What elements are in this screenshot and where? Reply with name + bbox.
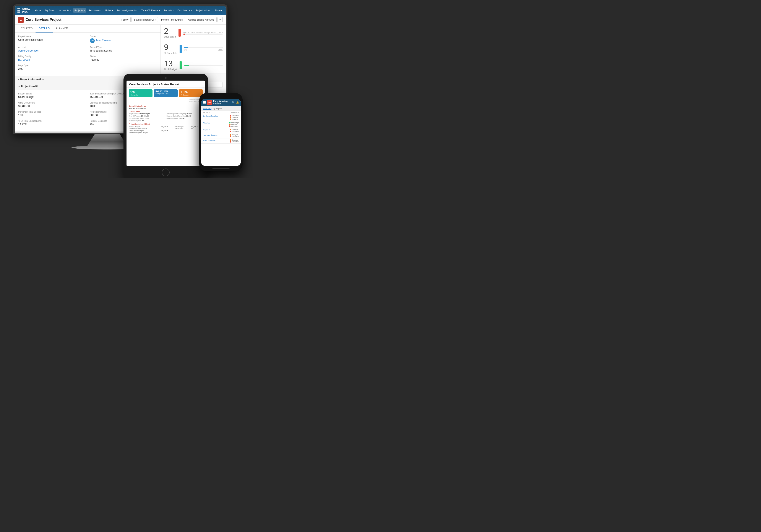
warn-overdue-2: Overdue (229, 124, 239, 125)
warn-overbudget: Overbudget (229, 122, 239, 123)
ews-project-p8[interactable]: Project 8 (203, 129, 230, 131)
ipad-home-button[interactable] (162, 168, 170, 176)
warn-unrealistic-acme: Unrealistic (230, 141, 239, 143)
project-name-value: Core Services Project (18, 38, 86, 41)
health-right-col: Total Budget with Contigency: $07,50 Exp… (167, 113, 203, 122)
meta-row: Date Run: 12/18/201 Project Owner: Matt … (127, 99, 205, 103)
monitor-stand (87, 134, 128, 147)
project-icon: C (18, 17, 24, 23)
ews-project-row-heartland: Heartland Systems Delayed Unrealistic (201, 133, 241, 139)
actions-dropdown-button[interactable]: ▾ (217, 17, 223, 22)
days-open-number: 2 (164, 27, 176, 35)
record-type-value: Time and Materials (90, 49, 157, 52)
dot-green-icon (229, 122, 230, 123)
hamburger-menu[interactable] (203, 101, 206, 103)
ews-tab-arrow[interactable]: Arrow EW5 (203, 107, 211, 110)
pct-budget-bar-fill (184, 65, 189, 66)
days-open-value: 2.00 (18, 67, 86, 70)
ews-project-quickstart[interactable]: Quickstart Template (203, 115, 230, 117)
health-write-off: Write Off Amount: $7,400.00 (129, 115, 165, 117)
nav-reports[interactable]: Reports▾ (162, 8, 175, 13)
billing-config-value[interactable]: BC-00005 (18, 58, 86, 61)
owner-name[interactable]: Matt Cleaver (96, 39, 111, 42)
days-open-mini-labels: Dec 16, 2017 18 days 36 days Feb 27, 201… (183, 31, 223, 33)
tab-details[interactable]: DETAILS (35, 25, 52, 32)
health-budget-status: Budget Status: Under Budget (129, 113, 165, 115)
nav-projects[interactable]: Projects▾ (73, 8, 86, 13)
ews-warnings-heartland: Delayed Unrealistic (230, 134, 239, 137)
chevron-right-icon: › (18, 79, 19, 81)
nav-time-off[interactable]: Time Off Events▾ (140, 8, 161, 13)
tabs-row: RELATED DETAILS PLANNER (15, 25, 160, 33)
pct-complete-left: 0% (184, 49, 187, 51)
ews-project-triple[interactable]: Triple test (203, 122, 229, 124)
pct-complete-bar-fill (184, 47, 188, 48)
project-title: Core Services Project (26, 18, 115, 22)
current-status-title: Current Status Notes (129, 105, 203, 107)
ipad-screen: Core Services Project - Status Report 9%… (127, 81, 205, 166)
ews-tab-my-projects[interactable]: My Projects (213, 108, 222, 110)
warn-overdue-acme: Overdue (230, 139, 239, 141)
budget-status-label: Budget Status (18, 92, 86, 95)
nav-resources[interactable]: Resources▾ (87, 8, 103, 13)
metric-date-num: Feb 27, 2018 (155, 90, 176, 93)
days-open-label: Days Open (18, 64, 86, 67)
health-left-col: Budget Status: Under Budget Write Off Am… (129, 113, 165, 122)
iphone-home-indicator[interactable] (212, 168, 230, 168)
budget-row-1: Service Budget: $50,000.00 Total Budget:… (129, 126, 203, 128)
status-report-title: Core Services Project - Status Report (129, 83, 202, 86)
metric-complete-num: 9% (130, 90, 151, 94)
days-open-end-date: Feb 27, 2018 (211, 31, 223, 33)
field-owner: Owner MC Matt Cleaver (90, 35, 157, 43)
field-empty (90, 64, 157, 70)
health-data-row: Budget Status: Under Budget Write Off Am… (129, 113, 203, 122)
field-budget-status: Budget Status Under Budget (18, 92, 86, 98)
warn-unrealistic-p8: Unrealistic (230, 131, 239, 132)
nav-dashboards[interactable]: Dashboards▾ (176, 8, 193, 13)
days-open-end-days: 36 days (204, 31, 210, 33)
nav-roles[interactable]: Roles▾ (104, 8, 114, 13)
grid-icon[interactable] (17, 8, 20, 13)
nav-myboard[interactable]: My Board (43, 8, 57, 13)
pct-total-budget-value: 13% (18, 114, 86, 117)
pct-complete-card: 9 % Complete 0% 100% (161, 41, 226, 57)
owner-value: MC Matt Cleaver (90, 38, 157, 43)
tab-planner[interactable]: PLANNER (53, 25, 71, 32)
ews-search-icon[interactable]: 🔍 (232, 101, 235, 104)
owner-avatar: MC (90, 38, 95, 43)
account-value[interactable]: Acme Corporation (18, 49, 86, 52)
dot-orange-icon (230, 117, 231, 118)
project-health-label: Project Health (21, 85, 38, 88)
ews-project-acme[interactable]: Acme Quickstart (203, 139, 230, 141)
budget-row-4: Additional Expense Budget: (129, 132, 203, 134)
iphone-screen: EW Early Warning System 🔍 🔔 Arrow EW5 My… (201, 99, 241, 166)
nav-task-assignments[interactable]: Task Assignments▾ (115, 8, 139, 13)
ews-project-row: Quickstart Template Unrealistic Overdue … (201, 114, 241, 121)
tab-related[interactable]: RELATED (18, 25, 35, 32)
nav-more[interactable]: More▾ (213, 8, 223, 13)
ews-bell-icon[interactable]: 🔔 (236, 101, 239, 104)
pct-complete-stat-label: % Complete (164, 52, 177, 54)
nav-home[interactable]: Home (33, 8, 43, 13)
nav-project-wizard[interactable]: Project Wizard (194, 8, 213, 13)
col-warnings-header: WARNINGS (231, 112, 239, 113)
follow-button[interactable]: + Follow (117, 17, 131, 22)
field-write-off: Write Off Amount $7,400.00 (18, 101, 86, 108)
status-label: Status (90, 55, 157, 58)
form-row-2: Account Acme Corporation Record Type Tim… (18, 46, 157, 52)
status-report-button[interactable]: Status Report (PDF) (132, 17, 158, 22)
days-open-stat-block: 2 Days Open (164, 27, 176, 38)
days-open-start-date: Dec 16, 2017 (183, 31, 195, 33)
nav-accounts[interactable]: Accounts▾ (58, 8, 72, 13)
ews-more-icon[interactable]: ⋮ (237, 107, 239, 110)
dot-orange-h (230, 134, 231, 136)
health-hours: Hours Remaining: 383.00 (167, 117, 203, 119)
ews-project-row-triple: Triple test Overbudget Overdue Unrealist… (201, 121, 241, 128)
days-open-bar-fill (183, 33, 185, 35)
field-status: Status Planned (90, 55, 157, 61)
metric-card-budget: 13% To Budget (179, 89, 203, 97)
pct-budget-stat-block: 13 % of Budget (164, 60, 177, 71)
ews-project-heartland[interactable]: Heartland Systems (203, 134, 230, 136)
update-billable-button[interactable]: Update Billable Amounts (186, 17, 217, 22)
invoice-button[interactable]: Invoice Time Entries (159, 17, 185, 22)
